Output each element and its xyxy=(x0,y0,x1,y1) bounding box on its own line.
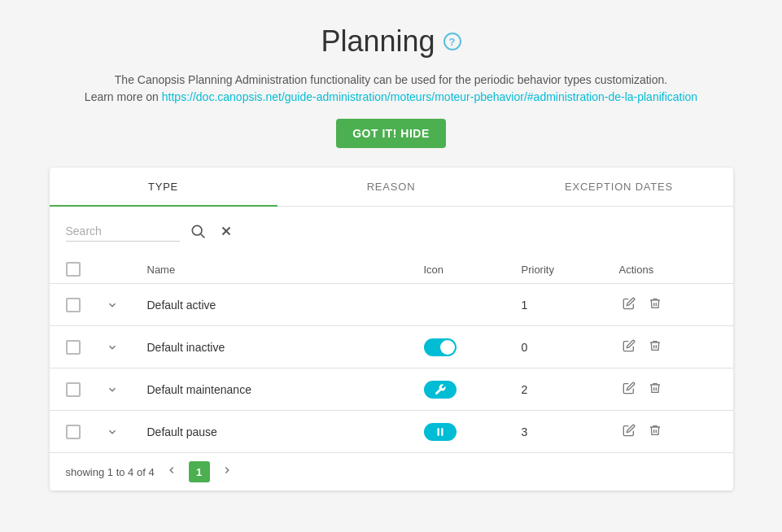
toggle-icon xyxy=(424,338,457,356)
tab-exception-dates[interactable]: EXCEPTION DATES xyxy=(505,168,733,206)
table-footer: showing 1 to 4 of 4 1 xyxy=(50,453,733,491)
table-row: Default active 1 xyxy=(50,284,733,326)
row-actions-3 xyxy=(619,421,717,443)
pencil-icon xyxy=(623,339,636,352)
delete-button-3[interactable] xyxy=(645,421,665,443)
table-row: Default inactive 0 xyxy=(50,326,733,368)
chevron-down-icon xyxy=(107,299,118,311)
edit-button-0[interactable] xyxy=(619,294,639,316)
chevron-left-icon xyxy=(166,464,177,476)
toolbar xyxy=(50,207,733,255)
table-row: Default pause 3 xyxy=(50,411,733,453)
trash-icon xyxy=(649,382,662,395)
row-actions-1 xyxy=(619,336,717,359)
col-header-icon: Icon xyxy=(424,264,522,276)
close-icon xyxy=(219,224,234,238)
next-page-button[interactable] xyxy=(216,463,238,481)
col-header-name: Name xyxy=(147,264,424,276)
row-name-3: Default pause xyxy=(147,425,424,438)
row-checkbox-1[interactable] xyxy=(66,340,81,355)
row-priority-3: 3 xyxy=(522,425,619,438)
got-it-button[interactable]: GOT IT! HIDE xyxy=(336,119,446,148)
row-expand-0[interactable] xyxy=(107,299,147,311)
row-checkbox-0[interactable] xyxy=(66,298,81,312)
page-container: Planning ? The Canopsis Planning Adminis… xyxy=(0,0,782,532)
row-expand-3[interactable] xyxy=(107,426,147,438)
row-checkbox-2[interactable] xyxy=(66,382,81,397)
doc-link[interactable]: https://doc.canopsis.net/guide-administr… xyxy=(162,90,697,103)
table-row: Default maintenance 2 xyxy=(50,368,733,411)
trash-icon xyxy=(649,297,662,310)
pencil-icon xyxy=(623,382,636,395)
svg-point-0 xyxy=(192,225,202,235)
main-card: TYPE REASON EXCEPTION DATES xyxy=(50,168,733,491)
showing-text: showing 1 to 4 of 4 xyxy=(66,466,155,478)
row-expand-1[interactable] xyxy=(107,342,147,353)
wrench-icon xyxy=(424,381,457,399)
search-input[interactable] xyxy=(66,221,180,242)
row-actions-2 xyxy=(619,378,717,401)
current-page[interactable]: 1 xyxy=(189,461,210,482)
edit-button-3[interactable] xyxy=(619,421,639,443)
delete-button-2[interactable] xyxy=(645,378,665,401)
svg-line-1 xyxy=(200,234,204,238)
trash-icon xyxy=(649,424,662,437)
tab-type[interactable]: TYPE xyxy=(50,168,277,206)
tab-reason[interactable]: REASON xyxy=(277,168,505,206)
row-checkbox-3[interactable] xyxy=(66,425,81,439)
search-icon xyxy=(190,223,206,239)
chevron-down-icon xyxy=(107,426,118,438)
col-header-actions: Actions xyxy=(619,264,717,276)
edit-button-1[interactable] xyxy=(619,336,639,359)
description: The Canopsis Planning Administration fun… xyxy=(85,72,697,106)
row-name-2: Default maintenance xyxy=(147,383,424,396)
row-name-1: Default inactive xyxy=(147,341,424,354)
row-priority-0: 1 xyxy=(522,299,619,312)
pencil-icon xyxy=(623,297,636,310)
data-table: Name Icon Priority Actions Default activ… xyxy=(50,255,733,491)
svg-rect-5 xyxy=(441,428,443,435)
delete-button-0[interactable] xyxy=(645,294,665,316)
row-icon-2 xyxy=(424,381,522,399)
select-all-checkbox[interactable] xyxy=(66,262,81,277)
svg-rect-4 xyxy=(437,428,439,435)
row-priority-2: 2 xyxy=(522,383,619,396)
row-actions-0 xyxy=(619,294,717,316)
row-icon-1 xyxy=(424,338,522,356)
delete-button-1[interactable] xyxy=(645,336,665,359)
chevron-down-icon xyxy=(107,384,118,395)
clear-button[interactable] xyxy=(216,220,237,242)
table-header: Name Icon Priority Actions xyxy=(50,255,733,284)
search-button[interactable] xyxy=(186,220,209,242)
help-icon[interactable]: ? xyxy=(443,33,461,50)
row-name-0: Default active xyxy=(147,299,424,312)
trash-icon xyxy=(649,339,662,352)
page-title: Planning ? xyxy=(321,24,461,59)
row-icon-3 xyxy=(424,423,522,441)
edit-button-2[interactable] xyxy=(619,378,639,401)
row-priority-1: 0 xyxy=(522,341,619,354)
tabs-bar: TYPE REASON EXCEPTION DATES xyxy=(50,168,733,207)
chevron-down-icon xyxy=(107,342,118,353)
prev-page-button[interactable] xyxy=(161,463,182,481)
pencil-icon xyxy=(623,424,636,437)
pause-icon xyxy=(424,423,457,441)
row-expand-2[interactable] xyxy=(107,384,147,395)
toggle-knob xyxy=(440,340,455,355)
chevron-right-icon xyxy=(221,464,233,476)
col-header-priority: Priority xyxy=(522,264,619,276)
